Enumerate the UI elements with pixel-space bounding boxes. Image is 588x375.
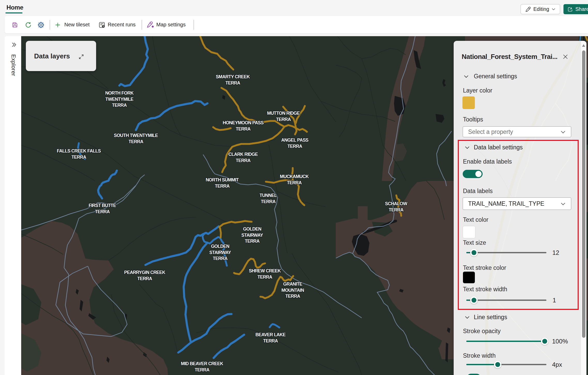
svg-text:FIRST BUTTE: FIRST BUTTE (89, 203, 116, 208)
svg-text:TERRA: TERRA (112, 103, 127, 108)
svg-text:SHREW CREEK: SHREW CREEK (249, 268, 281, 273)
svg-text:STAIRWAY: STAIRWAY (241, 233, 263, 238)
svg-text:TERRA: TERRA (226, 80, 241, 86)
svg-text:TERRA: TERRA (129, 139, 144, 144)
svg-text:HONEYMOON PASS: HONEYMOON PASS (223, 120, 264, 125)
svg-text:TERRA: TERRA (72, 155, 87, 160)
svg-text:TERRA: TERRA (195, 367, 210, 372)
svg-text:TERRA: TERRA (215, 183, 230, 189)
svg-text:TERRA: TERRA (285, 294, 300, 299)
svg-text:MUCKAMUCK: MUCKAMUCK (280, 174, 309, 179)
svg-text:SCHALOW: SCHALOW (385, 201, 407, 206)
svg-text:TERRA: TERRA (236, 126, 251, 132)
svg-text:TERRA: TERRA (389, 207, 404, 212)
svg-text:TERRA: TERRA (288, 144, 303, 149)
svg-text:GOLDEN: GOLDEN (243, 226, 261, 232)
svg-text:SOUTH TWENTYMILE: SOUTH TWENTYMILE (114, 133, 158, 138)
svg-text:SMARTY CREEK: SMARTY CREEK (216, 74, 250, 79)
svg-text:TERRA: TERRA (95, 209, 110, 214)
svg-text:TUNNEL: TUNNEL (260, 193, 277, 198)
svg-text:TERRA: TERRA (245, 239, 260, 244)
svg-text:NORTH SUMMIT: NORTH SUMMIT (206, 177, 239, 182)
svg-text:TERRA: TERRA (213, 256, 228, 261)
svg-text:MUTTON RIDGE: MUTTON RIDGE (267, 111, 300, 116)
svg-text:TERRA: TERRA (287, 180, 302, 185)
svg-text:TERRA: TERRA (263, 338, 278, 343)
svg-text:TERRA: TERRA (236, 158, 251, 163)
svg-text:PEARRYGIN CREEK: PEARRYGIN CREEK (124, 270, 165, 275)
svg-text:GOLDEN: GOLDEN (211, 244, 229, 249)
svg-text:ANGEL PASS: ANGEL PASS (281, 137, 308, 143)
svg-text:TERRA: TERRA (137, 276, 152, 281)
svg-text:TERRA: TERRA (261, 199, 276, 204)
svg-text:TWENTYMILE: TWENTYMILE (105, 97, 134, 102)
svg-text:CLARK RIDGE: CLARK RIDGE (228, 152, 258, 157)
svg-text:STAIRWAY: STAIRWAY (209, 250, 231, 255)
svg-text:MID BEAVER CREEK: MID BEAVER CREEK (181, 361, 223, 366)
svg-text:GRANITE: GRANITE (283, 281, 302, 287)
svg-text:NORTH FORK: NORTH FORK (105, 90, 134, 96)
svg-text:FALLS CREEK FALLS: FALLS CREEK FALLS (57, 148, 101, 154)
svg-text:MOUNTAIN: MOUNTAIN (281, 288, 304, 293)
svg-text:TERRA: TERRA (258, 274, 273, 280)
svg-text:BEAVER LAKE: BEAVER LAKE (256, 332, 285, 337)
svg-text:TERRA: TERRA (276, 117, 291, 122)
